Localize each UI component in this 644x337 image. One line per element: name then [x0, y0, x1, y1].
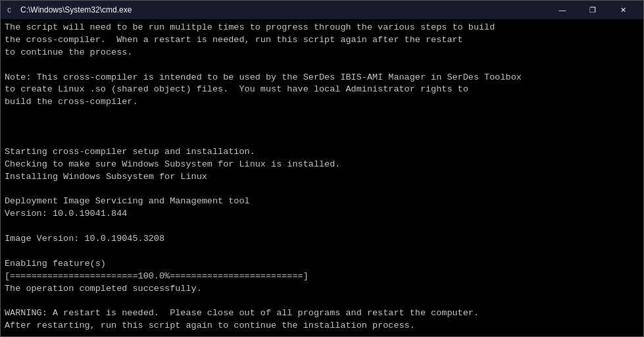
- window-title: C:\Windows\System32\cmd.exe: [20, 5, 547, 14]
- cmd-icon: C: [6, 5, 16, 15]
- terminal-output: The script will need to be run mulitple …: [1, 19, 643, 336]
- title-bar: C C:\Windows\System32\cmd.exe — ❐ ✕: [1, 1, 643, 19]
- minimize-button[interactable]: —: [547, 1, 578, 19]
- svg-text:C: C: [7, 7, 11, 14]
- cmd-window: C C:\Windows\System32\cmd.exe — ❐ ✕ The …: [0, 0, 644, 337]
- window-controls: — ❐ ✕: [547, 1, 638, 19]
- close-button[interactable]: ✕: [608, 1, 638, 19]
- maximize-button[interactable]: ❐: [578, 1, 608, 19]
